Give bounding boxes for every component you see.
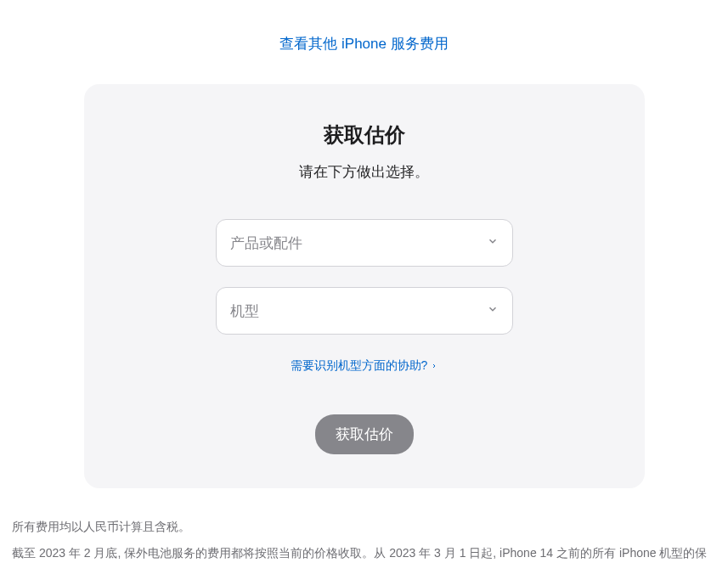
chevron-down-icon	[487, 303, 499, 318]
product-select[interactable]: 产品或配件	[216, 219, 513, 267]
chevron-right-icon	[431, 360, 437, 372]
view-other-services-link[interactable]: 查看其他 iPhone 服务费用	[279, 36, 448, 52]
model-select-wrapper: 机型	[216, 287, 513, 335]
identify-model-help-link[interactable]: 需要识别机型方面的协助?	[291, 358, 438, 374]
footer-notice-part1: 截至 2023 年 2 月底, 保外电池服务的费用都将按照当前的价格收取。从 2…	[12, 546, 707, 563]
get-estimate-button[interactable]: 获取估价	[315, 414, 414, 454]
model-select[interactable]: 机型	[216, 287, 513, 335]
view-other-services-link-wrapper: 查看其他 iPhone 服务费用	[8, 34, 720, 53]
footer-line-currency: 所有费用均以人民币计算且含税。	[12, 514, 716, 540]
estimate-card: 获取估价 请在下方做出选择。 产品或配件 机型 需要识别机型方面的协助?	[84, 84, 645, 488]
product-select-wrapper: 产品或配件	[216, 219, 513, 267]
button-wrapper: 获取估价	[118, 414, 611, 454]
model-select-placeholder: 机型	[230, 301, 259, 321]
help-link-text: 需要识别机型方面的协助?	[291, 358, 428, 374]
footer-line-notice: 截至 2023 年 2 月底, 保外电池服务的费用都将按照当前的价格收取。从 2…	[12, 540, 716, 563]
chevron-down-icon	[487, 235, 499, 251]
footer-text: 所有费用均以人民币计算且含税。 截至 2023 年 2 月底, 保外电池服务的费…	[8, 514, 720, 563]
card-title: 获取估价	[118, 121, 611, 149]
product-select-placeholder: 产品或配件	[230, 234, 302, 253]
card-subtitle: 请在下方做出选择。	[118, 162, 611, 182]
